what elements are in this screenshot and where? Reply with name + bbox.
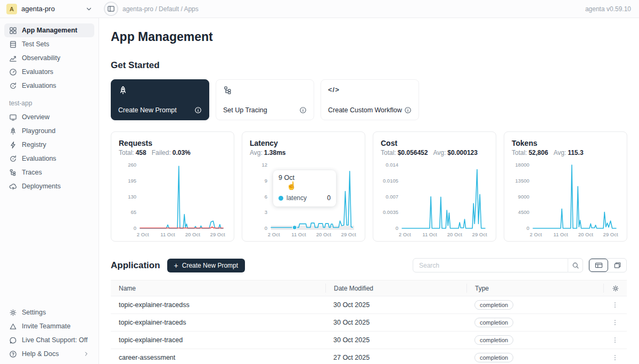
svg-text:2 Oct: 2 Oct <box>268 231 280 237</box>
search-box <box>413 258 583 272</box>
monitor-icon <box>9 113 17 121</box>
svg-text:4500: 4500 <box>518 209 529 215</box>
svg-text:0: 0 <box>527 225 529 231</box>
search-button[interactable] <box>568 258 583 272</box>
chevron-right-icon <box>83 351 89 357</box>
info-icon[interactable] <box>404 106 412 114</box>
column-header-date-modified[interactable]: Date Modified <box>325 284 466 293</box>
svg-text:11 Oct: 11 Oct <box>291 231 306 237</box>
sidebar-item-label: Evaluators <box>22 68 53 76</box>
sidebar-item-overview[interactable]: Overview <box>4 110 94 124</box>
svg-text:2 Oct: 2 Oct <box>137 231 149 237</box>
svg-text:13500: 13500 <box>515 178 529 184</box>
sidebar-item-live-chat[interactable]: Live Chat Support: Off <box>4 333 94 347</box>
sidebar-item-deployments[interactable]: Deployments <box>4 179 94 193</box>
row-menu-dots-icon[interactable] <box>611 354 619 361</box>
svg-text:65: 65 <box>130 209 136 215</box>
application-header: Application + Create New Prompt <box>111 258 627 272</box>
sidebar-item-observability[interactable]: Observability <box>4 51 94 65</box>
refresh-icon <box>9 82 17 90</box>
main-content: App Management Get Started Create New Pr… <box>99 18 639 364</box>
cost-line-chart[interactable]: 00.00350.0070.01050.0142 Oct11 Oct20 Oct… <box>381 161 489 239</box>
rocket-icon <box>118 86 128 95</box>
table-row[interactable]: topic-explainer-traceds 30 Oct 2025 comp… <box>111 314 627 332</box>
chevron-down-icon <box>85 5 93 13</box>
sidebar-item-label: Help & Docs <box>22 350 78 358</box>
sidebar-item-test-sets[interactable]: Test Sets <box>4 37 94 51</box>
workspace-name: agenta-pro <box>21 5 81 13</box>
sidebar: App Management Test Sets Observability E… <box>0 18 99 364</box>
svg-text:18000: 18000 <box>515 162 529 168</box>
row-menu-dots-icon[interactable] <box>611 319 619 326</box>
cost-chart-card: Cost Total:$0.056452 Avg:$0.000123 00.00… <box>373 131 496 242</box>
chart-stats: Total:52,806 Avg:115.3 <box>512 149 619 156</box>
column-header-type[interactable]: Type <box>466 284 603 293</box>
svg-text:29 Oct: 29 Oct <box>210 231 225 237</box>
chart-title: Cost <box>381 139 488 147</box>
sidebar-item-settings[interactable]: Settings <box>4 305 94 319</box>
sidebar-item-invite-teammate[interactable]: Invite Teammate <box>4 319 94 333</box>
chat-icon <box>9 336 17 344</box>
create-new-prompt-card[interactable]: Create New Prompt <box>111 79 209 120</box>
app-date: 30 Oct 2025 <box>325 336 466 344</box>
page-title: App Management <box>111 30 627 44</box>
svg-text:3: 3 <box>265 209 267 215</box>
table-view-button[interactable] <box>589 259 608 272</box>
create-custom-workflow-card[interactable]: </> Create Custom Workflow <box>321 79 419 120</box>
create-new-prompt-button[interactable]: + Create New Prompt <box>167 259 245 272</box>
chart-line-icon <box>9 54 17 62</box>
latency-chart-card: Latency Avg:1.38ms 0369122 Oct11 Oct20 O… <box>242 131 365 242</box>
type-badge: completion <box>474 353 513 362</box>
sidebar-item-label: Evaluations <box>22 82 56 89</box>
requests-line-chart[interactable]: 0651301952602 Oct11 Oct20 Oct29 Oct <box>119 161 227 239</box>
sidebar-item-evaluations[interactable]: Evaluations <box>4 79 94 93</box>
sidebar-item-label: Evaluations <box>22 155 56 162</box>
info-icon[interactable] <box>194 106 202 114</box>
svg-text:29 Oct: 29 Oct <box>603 231 618 237</box>
breadcrumb[interactable]: agenta-pro / Default / Apps <box>122 5 585 13</box>
svg-text:9000: 9000 <box>518 194 529 200</box>
sidebar-toggle-button[interactable] <box>104 2 118 16</box>
table-view-icon <box>595 261 603 269</box>
sidebar-item-help-docs[interactable]: Help & Docs <box>4 347 94 361</box>
column-header-name[interactable]: Name <box>111 285 325 292</box>
plus-icon: + <box>174 261 178 270</box>
set-up-tracing-card[interactable]: Set Up Tracing <box>216 79 314 120</box>
table-row[interactable]: topic-explainer-tracedss 30 Oct 2025 com… <box>111 296 627 314</box>
column-settings-gear-icon[interactable] <box>612 285 619 292</box>
tooltip-series-row: latency 0 <box>278 194 331 202</box>
svg-text:29 Oct: 29 Oct <box>472 231 487 237</box>
workspace-selector[interactable]: A agenta-pro <box>0 4 99 14</box>
card-view-icon <box>613 261 621 269</box>
tokens-line-chart[interactable]: 04500900013500180002 Oct11 Oct20 Oct29 O… <box>512 161 620 239</box>
sidebar-item-evaluations-app[interactable]: Evaluations <box>4 152 94 166</box>
tree-icon <box>223 86 233 95</box>
info-icon[interactable] <box>299 106 307 114</box>
sidebar-item-traces[interactable]: Traces <box>4 166 94 179</box>
sidebar-item-playground[interactable]: Playground <box>4 124 94 138</box>
tooltip-series-label: latency <box>286 194 307 202</box>
lightning-icon <box>9 141 17 149</box>
search-input[interactable] <box>413 258 583 272</box>
app-name: career-assessment <box>111 354 325 361</box>
view-toggle <box>588 258 627 272</box>
sidebar-item-app-management[interactable]: App Management <box>4 23 94 37</box>
row-menu-dots-icon[interactable] <box>611 336 619 344</box>
chart-stats: Avg:1.38ms <box>250 149 357 156</box>
cloud-icon <box>9 183 17 191</box>
row-menu-dots-icon[interactable] <box>611 301 619 309</box>
sidebar-item-evaluators[interactable]: Evaluators <box>4 65 94 79</box>
metrics-charts: Requests Total:458 Failed:0.03% 06513019… <box>111 131 627 242</box>
sidebar-item-registry[interactable]: Registry <box>4 138 94 152</box>
table-row[interactable]: topic-explainer-traced 30 Oct 2025 compl… <box>111 332 627 349</box>
sidebar-item-label: Registry <box>22 141 46 148</box>
card-label: Set Up Tracing <box>223 106 267 114</box>
table-header-row: Name Date Modified Type <box>111 280 627 296</box>
table-row[interactable]: career-assessment 27 Oct 2025 completion <box>111 349 627 364</box>
rocket-icon <box>9 127 17 135</box>
sidebar-item-label: Overview <box>22 113 50 121</box>
svg-text:29 Oct: 29 Oct <box>341 231 356 237</box>
card-view-button[interactable] <box>608 259 626 272</box>
svg-text:0: 0 <box>134 225 136 231</box>
invite-icon <box>9 322 17 330</box>
